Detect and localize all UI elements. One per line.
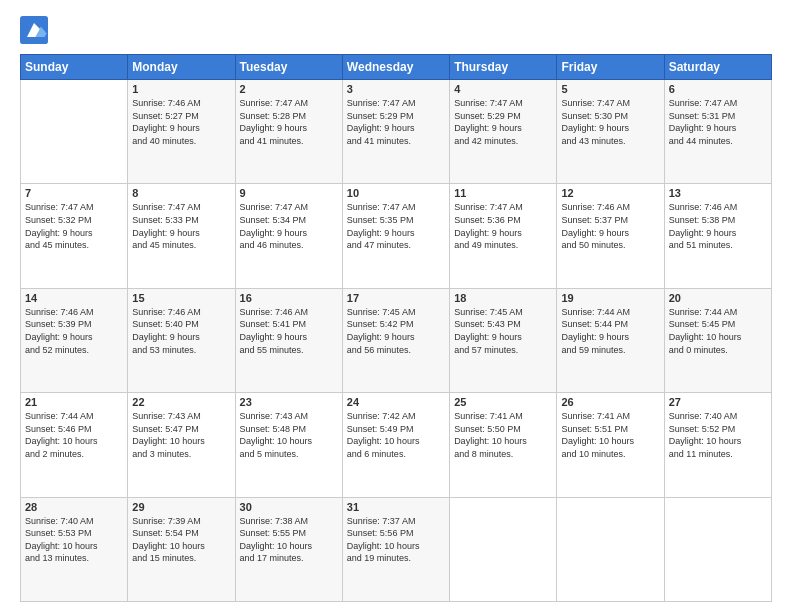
day-cell: 15 Sunrise: 7:46 AMSunset: 5:40 PMDaylig… [128, 288, 235, 392]
day-cell: 30 Sunrise: 7:38 AMSunset: 5:55 PMDaylig… [235, 497, 342, 601]
day-detail: Sunrise: 7:46 AMSunset: 5:38 PMDaylight:… [669, 201, 767, 251]
weekday-header-sunday: Sunday [21, 55, 128, 80]
weekday-header-monday: Monday [128, 55, 235, 80]
day-detail: Sunrise: 7:44 AMSunset: 5:44 PMDaylight:… [561, 306, 659, 356]
day-number: 17 [347, 292, 445, 304]
day-detail: Sunrise: 7:44 AMSunset: 5:45 PMDaylight:… [669, 306, 767, 356]
day-detail: Sunrise: 7:43 AMSunset: 5:48 PMDaylight:… [240, 410, 338, 460]
day-cell: 11 Sunrise: 7:47 AMSunset: 5:36 PMDaylig… [450, 184, 557, 288]
day-cell: 1 Sunrise: 7:46 AMSunset: 5:27 PMDayligh… [128, 80, 235, 184]
day-detail: Sunrise: 7:47 AMSunset: 5:31 PMDaylight:… [669, 97, 767, 147]
day-cell: 6 Sunrise: 7:47 AMSunset: 5:31 PMDayligh… [664, 80, 771, 184]
week-row-1: 1 Sunrise: 7:46 AMSunset: 5:27 PMDayligh… [21, 80, 772, 184]
day-cell: 12 Sunrise: 7:46 AMSunset: 5:37 PMDaylig… [557, 184, 664, 288]
day-cell: 10 Sunrise: 7:47 AMSunset: 5:35 PMDaylig… [342, 184, 449, 288]
logo-icon [20, 16, 48, 44]
day-detail: Sunrise: 7:47 AMSunset: 5:36 PMDaylight:… [454, 201, 552, 251]
day-cell: 19 Sunrise: 7:44 AMSunset: 5:44 PMDaylig… [557, 288, 664, 392]
day-cell [21, 80, 128, 184]
day-cell: 7 Sunrise: 7:47 AMSunset: 5:32 PMDayligh… [21, 184, 128, 288]
day-number: 31 [347, 501, 445, 513]
day-detail: Sunrise: 7:47 AMSunset: 5:29 PMDaylight:… [347, 97, 445, 147]
day-cell: 4 Sunrise: 7:47 AMSunset: 5:29 PMDayligh… [450, 80, 557, 184]
day-detail: Sunrise: 7:39 AMSunset: 5:54 PMDaylight:… [132, 515, 230, 565]
day-cell: 13 Sunrise: 7:46 AMSunset: 5:38 PMDaylig… [664, 184, 771, 288]
day-cell: 16 Sunrise: 7:46 AMSunset: 5:41 PMDaylig… [235, 288, 342, 392]
day-number: 26 [561, 396, 659, 408]
day-number: 28 [25, 501, 123, 513]
day-cell [664, 497, 771, 601]
day-number: 11 [454, 187, 552, 199]
day-cell: 9 Sunrise: 7:47 AMSunset: 5:34 PMDayligh… [235, 184, 342, 288]
weekday-header-friday: Friday [557, 55, 664, 80]
calendar-header: SundayMondayTuesdayWednesdayThursdayFrid… [21, 55, 772, 80]
day-detail: Sunrise: 7:43 AMSunset: 5:47 PMDaylight:… [132, 410, 230, 460]
day-detail: Sunrise: 7:45 AMSunset: 5:42 PMDaylight:… [347, 306, 445, 356]
weekday-header-saturday: Saturday [664, 55, 771, 80]
day-number: 4 [454, 83, 552, 95]
day-detail: Sunrise: 7:47 AMSunset: 5:35 PMDaylight:… [347, 201, 445, 251]
day-detail: Sunrise: 7:40 AMSunset: 5:52 PMDaylight:… [669, 410, 767, 460]
day-cell: 23 Sunrise: 7:43 AMSunset: 5:48 PMDaylig… [235, 393, 342, 497]
day-number: 24 [347, 396, 445, 408]
day-number: 18 [454, 292, 552, 304]
day-cell: 31 Sunrise: 7:37 AMSunset: 5:56 PMDaylig… [342, 497, 449, 601]
day-number: 13 [669, 187, 767, 199]
day-number: 10 [347, 187, 445, 199]
day-cell: 20 Sunrise: 7:44 AMSunset: 5:45 PMDaylig… [664, 288, 771, 392]
day-detail: Sunrise: 7:46 AMSunset: 5:27 PMDaylight:… [132, 97, 230, 147]
weekday-header-wednesday: Wednesday [342, 55, 449, 80]
day-detail: Sunrise: 7:46 AMSunset: 5:37 PMDaylight:… [561, 201, 659, 251]
day-number: 29 [132, 501, 230, 513]
day-number: 2 [240, 83, 338, 95]
day-cell: 17 Sunrise: 7:45 AMSunset: 5:42 PMDaylig… [342, 288, 449, 392]
day-detail: Sunrise: 7:47 AMSunset: 5:32 PMDaylight:… [25, 201, 123, 251]
week-row-3: 14 Sunrise: 7:46 AMSunset: 5:39 PMDaylig… [21, 288, 772, 392]
day-number: 7 [25, 187, 123, 199]
day-detail: Sunrise: 7:47 AMSunset: 5:30 PMDaylight:… [561, 97, 659, 147]
day-cell: 24 Sunrise: 7:42 AMSunset: 5:49 PMDaylig… [342, 393, 449, 497]
day-cell: 22 Sunrise: 7:43 AMSunset: 5:47 PMDaylig… [128, 393, 235, 497]
day-cell: 27 Sunrise: 7:40 AMSunset: 5:52 PMDaylig… [664, 393, 771, 497]
day-number: 8 [132, 187, 230, 199]
day-number: 16 [240, 292, 338, 304]
day-cell: 2 Sunrise: 7:47 AMSunset: 5:28 PMDayligh… [235, 80, 342, 184]
day-cell: 14 Sunrise: 7:46 AMSunset: 5:39 PMDaylig… [21, 288, 128, 392]
day-cell: 28 Sunrise: 7:40 AMSunset: 5:53 PMDaylig… [21, 497, 128, 601]
day-number: 23 [240, 396, 338, 408]
day-detail: Sunrise: 7:37 AMSunset: 5:56 PMDaylight:… [347, 515, 445, 565]
day-cell: 26 Sunrise: 7:41 AMSunset: 5:51 PMDaylig… [557, 393, 664, 497]
day-cell: 8 Sunrise: 7:47 AMSunset: 5:33 PMDayligh… [128, 184, 235, 288]
day-cell [450, 497, 557, 601]
weekday-header-thursday: Thursday [450, 55, 557, 80]
day-number: 19 [561, 292, 659, 304]
logo [20, 16, 52, 44]
day-number: 25 [454, 396, 552, 408]
week-row-2: 7 Sunrise: 7:47 AMSunset: 5:32 PMDayligh… [21, 184, 772, 288]
day-cell [557, 497, 664, 601]
calendar-table: SundayMondayTuesdayWednesdayThursdayFrid… [20, 54, 772, 602]
day-detail: Sunrise: 7:38 AMSunset: 5:55 PMDaylight:… [240, 515, 338, 565]
header [20, 16, 772, 44]
day-detail: Sunrise: 7:46 AMSunset: 5:40 PMDaylight:… [132, 306, 230, 356]
day-number: 30 [240, 501, 338, 513]
day-cell: 18 Sunrise: 7:45 AMSunset: 5:43 PMDaylig… [450, 288, 557, 392]
day-number: 3 [347, 83, 445, 95]
day-number: 6 [669, 83, 767, 95]
day-detail: Sunrise: 7:40 AMSunset: 5:53 PMDaylight:… [25, 515, 123, 565]
day-detail: Sunrise: 7:41 AMSunset: 5:50 PMDaylight:… [454, 410, 552, 460]
day-number: 14 [25, 292, 123, 304]
page: SundayMondayTuesdayWednesdayThursdayFrid… [0, 0, 792, 612]
week-row-4: 21 Sunrise: 7:44 AMSunset: 5:46 PMDaylig… [21, 393, 772, 497]
day-detail: Sunrise: 7:46 AMSunset: 5:39 PMDaylight:… [25, 306, 123, 356]
weekday-row: SundayMondayTuesdayWednesdayThursdayFrid… [21, 55, 772, 80]
day-detail: Sunrise: 7:47 AMSunset: 5:29 PMDaylight:… [454, 97, 552, 147]
day-number: 9 [240, 187, 338, 199]
day-number: 27 [669, 396, 767, 408]
day-number: 15 [132, 292, 230, 304]
day-number: 21 [25, 396, 123, 408]
day-cell: 3 Sunrise: 7:47 AMSunset: 5:29 PMDayligh… [342, 80, 449, 184]
day-detail: Sunrise: 7:45 AMSunset: 5:43 PMDaylight:… [454, 306, 552, 356]
day-cell: 21 Sunrise: 7:44 AMSunset: 5:46 PMDaylig… [21, 393, 128, 497]
day-detail: Sunrise: 7:47 AMSunset: 5:33 PMDaylight:… [132, 201, 230, 251]
